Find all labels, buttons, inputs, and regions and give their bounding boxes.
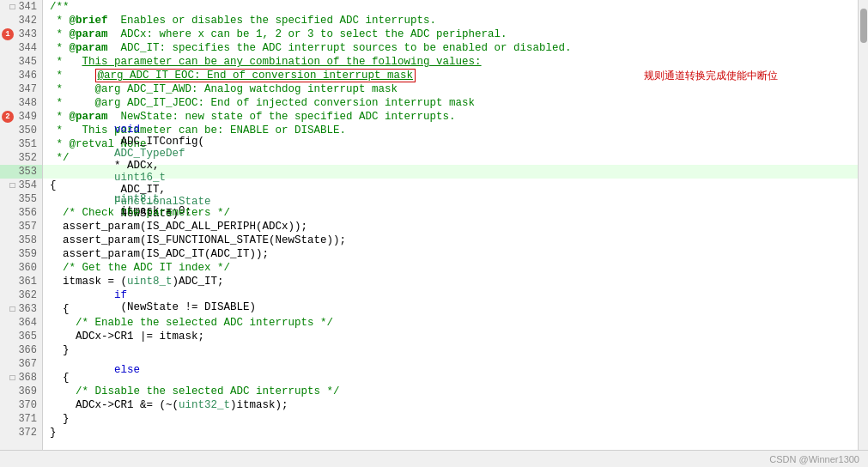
chinese-annotation-346: 规则通道转换完成使能中断位: [644, 69, 778, 83]
gutter-row-345: 345: [0, 55, 42, 69]
watermark: CSDN @Winner1300: [769, 454, 859, 464]
scrollbar-thumb[interactable]: [860, 9, 867, 43]
code-line-362: if (NewState != DISABLE): [43, 288, 858, 302]
gutter-row-342: 342: [0, 14, 42, 27]
line-content-364: /* Enable the selected ADC interrupts */: [50, 317, 333, 329]
line-content-359: assert_param(IS_ADC_IT(ADC_IT));: [50, 248, 269, 260]
gutter-row-346: 346: [0, 69, 42, 82]
fold-icon-341[interactable]: □: [8, 3, 16, 11]
line-content-369: /* Disable the selected ADC interrupts *…: [50, 385, 340, 397]
gutter-row-363: □363: [0, 302, 42, 316]
gutter-row-341: □341: [0, 0, 42, 14]
code-line-369: /* Disable the selected ADC interrupts *…: [43, 385, 858, 398]
line-content-357: assert_param(IS_ADC_ALL_PERIPH(ADCx));: [50, 221, 307, 233]
gutter-row-361: 361: [0, 275, 42, 288]
gutter-row-350: 350: [0, 124, 42, 137]
code-line-363: {: [43, 302, 858, 316]
gutter-row-367: 367: [0, 357, 42, 371]
fold-icon-354[interactable]: □: [8, 181, 16, 190]
line-content-372: }: [50, 427, 57, 439]
line-content-358: assert_param(IS_FUNCTIONAL_STATE(NewStat…: [50, 234, 346, 246]
code-line-367: else: [43, 357, 858, 371]
gutter-row-357: 357: [0, 220, 42, 234]
gutter-row-369: 369: [0, 385, 42, 398]
code-line-341: /**: [43, 0, 858, 14]
line-content-370: ADCx->CR1 &= (~(: [50, 399, 179, 411]
line-content-345: * This parameter can be any combination …: [50, 56, 482, 68]
gutter-row-370: 370: [0, 398, 42, 412]
code-line-365: ADCx->CR1 |= itmask;: [43, 330, 858, 343]
line-content-343: * @param ADCx: where x can be 1, 2 or 3 …: [50, 28, 507, 40]
code-lines[interactable]: /** * @brief Enables or disables the spe…: [43, 0, 858, 450]
code-line-368: {: [43, 371, 858, 385]
gutter-row-362: 362: [0, 288, 42, 302]
gutter-row-372: 372: [0, 426, 42, 440]
gutter-row-366: 366: [0, 343, 42, 357]
gutter-row-347: 347: [0, 82, 42, 96]
code-line-345: * This parameter can be any combination …: [43, 55, 858, 69]
editor-container: □341 342 1 343 344 345 346 347 348 2 349: [0, 0, 868, 467]
code-line-366: }: [43, 343, 858, 357]
code-line-348: * @arg ADC_IT_JEOC: End of injected conv…: [43, 96, 858, 110]
gutter-row-360: 360: [0, 261, 42, 275]
line-content-344: * @param ADC_IT: specifies the ADC inter…: [50, 42, 572, 54]
bottom-bar: CSDN @Winner1300: [0, 450, 868, 467]
code-line-357: assert_param(IS_ADC_ALL_PERIPH(ADCx));: [43, 220, 858, 234]
gutter-row-348: 348: [0, 96, 42, 110]
line-content-346: * @arg ADC_IT_EOC: End of conversion int…: [50, 70, 416, 82]
gutter-row-344: 344: [0, 41, 42, 55]
line-content-342: * @brief Enables or disables the specifi…: [50, 15, 436, 27]
gutter-row-354: □354: [0, 179, 42, 192]
fold-icon-368[interactable]: □: [8, 373, 16, 382]
gutter-row-371: 371: [0, 412, 42, 426]
line-content-356: /* Check the parameters */: [50, 207, 230, 219]
line-numbers: □341 342 1 343 344 345 346 347 348 2 349: [0, 0, 43, 450]
line-content-348: * @arg ADC_IT_JEOC: End of injected conv…: [50, 97, 475, 109]
code-line-346: * @arg ADC_IT_EOC: End of conversion int…: [43, 69, 858, 82]
gutter-row-352: 352: [0, 151, 42, 165]
gutter-row-365: 365: [0, 330, 42, 343]
scrollbar-vertical[interactable]: [858, 0, 868, 450]
fold-icon-363[interactable]: □: [8, 305, 16, 313]
line-content-368: {: [50, 372, 70, 384]
gutter-row-368: □368: [0, 371, 42, 385]
line-content-363: {: [50, 303, 70, 315]
annotation-2: 2: [2, 111, 14, 123]
gutter-row-359: 359: [0, 247, 42, 261]
gutter-row-355: 355: [0, 192, 42, 206]
code-area: □341 342 1 343 344 345 346 347 348 2 349: [0, 0, 868, 450]
gutter-row-356: 356: [0, 206, 42, 220]
line-content-347: * @arg ADC_IT_AWD: Analog watchdog inter…: [50, 83, 398, 95]
annotation-1: 1: [2, 28, 14, 40]
code-line-343: * @param ADCx: where x can be 1, 2 or 3 …: [43, 27, 858, 41]
gutter-row-343: 1 343: [0, 27, 42, 41]
code-line-358: assert_param(IS_FUNCTIONAL_STATE(NewStat…: [43, 234, 858, 247]
code-line-342: * @brief Enables or disables the specifi…: [43, 14, 858, 27]
code-line-347: * @arg ADC_IT_AWD: Analog watchdog inter…: [43, 82, 858, 96]
code-line-356: /* Check the parameters */: [43, 206, 858, 220]
gutter-row-358: 358: [0, 234, 42, 247]
code-line-364: /* Enable the selected ADC interrupts */: [43, 316, 858, 330]
gutter-row-349: 2 349: [0, 110, 42, 124]
gutter-row-351: 351: [0, 137, 42, 151]
code-line-344: * @param ADC_IT: specifies the ADC inter…: [43, 41, 858, 55]
code-line-359: assert_param(IS_ADC_IT(ADC_IT));: [43, 247, 858, 261]
code-line-355: uint8_t itmask = 0;: [43, 192, 858, 206]
code-line-372: }: [43, 426, 858, 440]
line-content-371: }: [50, 413, 70, 425]
code-line-370: ADCx->CR1 &= (~(uint32_t)itmask);: [43, 398, 858, 412]
gutter-row-353: 353: [0, 165, 42, 179]
gutter-row-364: 364: [0, 316, 42, 330]
code-line-371: }: [43, 412, 858, 426]
line-content-341: /**: [50, 1, 70, 13]
